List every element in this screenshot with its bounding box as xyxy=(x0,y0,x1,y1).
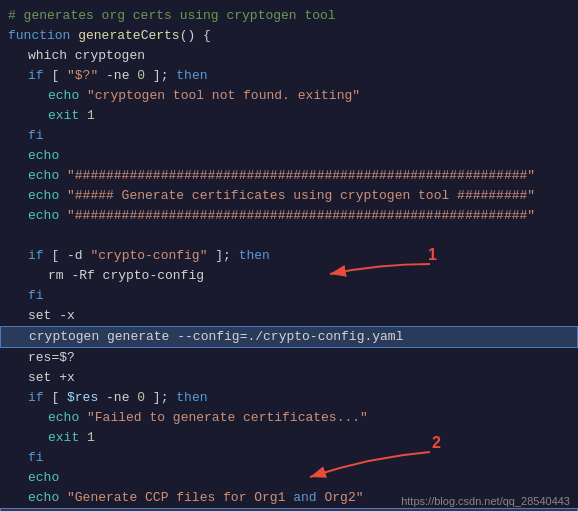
code-line: fi xyxy=(0,126,578,146)
code-line: fi xyxy=(0,286,578,306)
code-line: echo xyxy=(0,468,578,488)
code-line: echo "##################################… xyxy=(0,166,578,186)
code-line: if [ -d "crypto-config" ]; then xyxy=(0,246,578,266)
code-line: # generates org certs using cryptogen to… xyxy=(0,6,578,26)
code-line: echo "Failed to generate certificates...… xyxy=(0,408,578,428)
code-line: res=$? xyxy=(0,348,578,368)
code-line: set +x xyxy=(0,368,578,388)
code-line: echo "##### Generate certificates using … xyxy=(0,186,578,206)
code-line: fi xyxy=(0,448,578,468)
code-line: echo "##################################… xyxy=(0,206,578,226)
label-1: 1 xyxy=(428,246,437,264)
code-line: cryptogen generate --config=./crypto-con… xyxy=(0,326,578,348)
code-line: exit 1 xyxy=(0,106,578,126)
code-container: # generates org certs using cryptogen to… xyxy=(0,0,578,511)
code-line: which cryptogen xyxy=(0,46,578,66)
label-2: 2 xyxy=(432,434,441,452)
code-line: echo "cryptogen tool not found. exiting" xyxy=(0,86,578,106)
code-line: echo xyxy=(0,146,578,166)
code-line: if [ $res -ne 0 ]; then xyxy=(0,388,578,408)
code-line xyxy=(0,226,578,246)
code-line: if [ "$?" -ne 0 ]; then xyxy=(0,66,578,86)
code-line: function generateCerts() { xyxy=(0,26,578,46)
code-line: rm -Rf crypto-config xyxy=(0,266,578,286)
footer-url: https://blog.csdn.net/qq_28540443 xyxy=(401,495,570,507)
code-line: exit 1 xyxy=(0,428,578,448)
code-line: set -x xyxy=(0,306,578,326)
